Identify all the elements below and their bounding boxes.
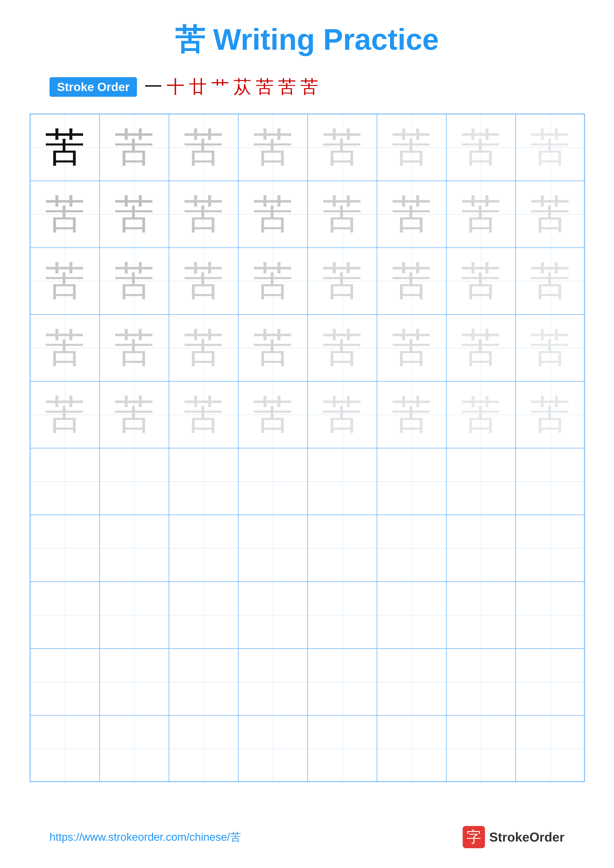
grid-cell-r2c2[interactable]: 苦 — [99, 181, 169, 248]
grid-cell-r6c8[interactable] — [516, 448, 585, 515]
grid-cell-r3c4[interactable]: 苦 — [238, 248, 308, 315]
grid-cell-r2c5[interactable]: 苦 — [308, 181, 377, 248]
grid-cell-r8c5[interactable] — [308, 582, 377, 648]
char-display: 苦 — [253, 128, 293, 167]
grid-cell-r8c1[interactable] — [30, 582, 99, 648]
grid-cell-r7c3[interactable] — [169, 515, 238, 582]
grid-cell-r1c7[interactable]: 苦 — [446, 114, 516, 181]
grid-cell-r8c2[interactable] — [99, 582, 169, 648]
stroke-8: 苦 — [300, 75, 318, 99]
grid-cell-r9c3[interactable] — [169, 648, 238, 715]
grid-cell-r6c1[interactable] — [30, 448, 99, 515]
char-display: 苦 — [322, 128, 362, 167]
grid-cell-r5c5[interactable]: 苦 — [308, 381, 377, 448]
grid-cell-r1c3[interactable]: 苦 — [169, 114, 238, 181]
grid-cell-r3c6[interactable]: 苦 — [377, 248, 446, 315]
grid-cell-r6c3[interactable] — [169, 448, 238, 515]
grid-cell-r6c6[interactable] — [377, 448, 446, 515]
char-display: 苦 — [253, 328, 293, 368]
grid-cell-r2c7[interactable]: 苦 — [446, 181, 516, 248]
grid-cell-r4c3[interactable]: 苦 — [169, 315, 238, 381]
grid-cell-r2c8[interactable]: 苦 — [516, 181, 585, 248]
grid-cell-r5c3[interactable]: 苦 — [169, 381, 238, 448]
grid-cell-r2c3[interactable]: 苦 — [169, 181, 238, 248]
grid-cell-r10c3[interactable] — [169, 715, 238, 782]
char-display: 苦 — [114, 261, 154, 301]
grid-cell-r7c8[interactable] — [516, 515, 585, 582]
grid-cell-r6c7[interactable] — [446, 448, 516, 515]
grid-cell-r4c1[interactable]: 苦 — [30, 315, 99, 381]
grid-cell-r3c3[interactable]: 苦 — [169, 248, 238, 315]
grid-cell-r9c5[interactable] — [308, 648, 377, 715]
grid-cell-r4c7[interactable]: 苦 — [446, 315, 516, 381]
grid-cell-r3c1[interactable]: 苦 — [30, 248, 99, 315]
grid-cell-r6c4[interactable] — [238, 448, 308, 515]
grid-cell-r3c5[interactable]: 苦 — [308, 248, 377, 315]
char-display: 苦 — [530, 328, 570, 368]
grid-cell-r5c8[interactable]: 苦 — [516, 381, 585, 448]
grid-cell-r7c5[interactable] — [308, 515, 377, 582]
grid-cell-r4c4[interactable]: 苦 — [238, 315, 308, 381]
grid-cell-r1c2[interactable]: 苦 — [99, 114, 169, 181]
char-display: 苦 — [253, 395, 293, 434]
grid-cell-r10c7[interactable] — [446, 715, 516, 782]
grid-cell-r4c2[interactable]: 苦 — [99, 315, 169, 381]
grid-cell-r2c1[interactable]: 苦 — [30, 181, 99, 248]
grid-cell-r7c2[interactable] — [99, 515, 169, 582]
grid-cell-r9c4[interactable] — [238, 648, 308, 715]
grid-cell-r8c6[interactable] — [377, 582, 446, 648]
grid-cell-r2c4[interactable]: 苦 — [238, 181, 308, 248]
char-display: 苦 — [45, 395, 85, 434]
grid-cell-r3c2[interactable]: 苦 — [99, 248, 169, 315]
grid-cell-r1c4[interactable]: 苦 — [238, 114, 308, 181]
char-display: 苦 — [461, 194, 501, 234]
grid-cell-r2c6[interactable]: 苦 — [377, 181, 446, 248]
grid-cell-r5c4[interactable]: 苦 — [238, 381, 308, 448]
grid-cell-r3c8[interactable]: 苦 — [516, 248, 585, 315]
char-display: 苦 — [392, 328, 431, 368]
grid-cell-r9c6[interactable] — [377, 648, 446, 715]
char-display: 苦 — [461, 128, 501, 167]
grid-cell-r7c6[interactable] — [377, 515, 446, 582]
grid-cell-r7c1[interactable] — [30, 515, 99, 582]
grid-cell-r1c5[interactable]: 苦 — [308, 114, 377, 181]
grid-cell-r6c5[interactable] — [308, 448, 377, 515]
grid-cell-r7c7[interactable] — [446, 515, 516, 582]
grid-cell-r1c8[interactable]: 苦 — [516, 114, 585, 181]
char-display: 苦 — [114, 128, 154, 167]
grid-cell-r4c5[interactable]: 苦 — [308, 315, 377, 381]
grid-cell-r1c6[interactable]: 苦 — [377, 114, 446, 181]
grid-cell-r10c1[interactable] — [30, 715, 99, 782]
char-display: 苦 — [114, 194, 154, 234]
char-display: 苦 — [45, 261, 85, 301]
grid-cell-r3c7[interactable]: 苦 — [446, 248, 516, 315]
footer-logo: 字 StrokeOrder — [463, 826, 564, 848]
grid-cell-r8c8[interactable] — [516, 582, 585, 648]
grid-cell-r10c8[interactable] — [516, 715, 585, 782]
grid-cell-r8c3[interactable] — [169, 582, 238, 648]
grid-cell-r5c2[interactable]: 苦 — [99, 381, 169, 448]
char-display: 苦 — [114, 328, 154, 368]
grid-cell-r9c7[interactable] — [446, 648, 516, 715]
grid-cell-r10c6[interactable] — [377, 715, 446, 782]
grid-cell-r4c8[interactable]: 苦 — [516, 315, 585, 381]
grid-cell-r10c4[interactable] — [238, 715, 308, 782]
grid-cell-r9c2[interactable] — [99, 648, 169, 715]
grid-cell-r8c4[interactable] — [238, 582, 308, 648]
grid-cell-r5c6[interactable]: 苦 — [377, 381, 446, 448]
char-display: 苦 — [184, 128, 224, 167]
grid-cell-r1c1[interactable]: 苦 — [30, 114, 99, 181]
grid-cell-r10c2[interactable] — [99, 715, 169, 782]
grid-cell-r9c8[interactable] — [516, 648, 585, 715]
grid-cell-r6c2[interactable] — [99, 448, 169, 515]
stroke-4: 艹 — [211, 75, 229, 99]
grid-cell-r8c7[interactable] — [446, 582, 516, 648]
stroke-2: 十 — [167, 75, 185, 99]
grid-cell-r5c7[interactable]: 苦 — [446, 381, 516, 448]
grid-cell-r5c1[interactable]: 苦 — [30, 381, 99, 448]
grid-cell-r10c5[interactable] — [308, 715, 377, 782]
char-display: 苦 — [530, 194, 570, 234]
grid-cell-r9c1[interactable] — [30, 648, 99, 715]
grid-cell-r4c6[interactable]: 苦 — [377, 315, 446, 381]
grid-cell-r7c4[interactable] — [238, 515, 308, 582]
